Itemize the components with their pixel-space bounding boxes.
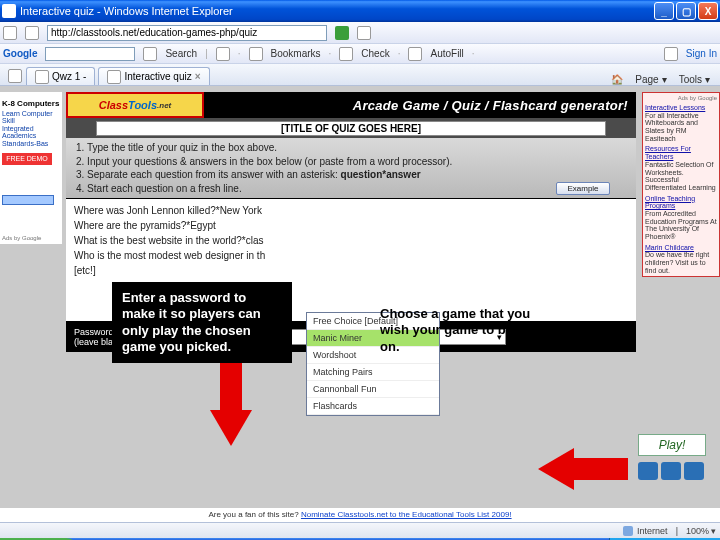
callout-password: Enter a password to make it so players c… xyxy=(112,282,292,363)
app-header: ClassTools.net Arcade Game / Quiz / Flas… xyxy=(66,92,636,118)
game-option[interactable]: Cannonball Fun xyxy=(307,381,439,398)
ad-text: Do we have the right children? Visit us … xyxy=(645,251,717,274)
close-tab-icon[interactable]: × xyxy=(195,71,201,82)
save-icon[interactable] xyxy=(638,462,658,480)
footer-promo: Are you a fan of this site? Nominate Cla… xyxy=(0,508,720,522)
chevron-down-icon[interactable]: ▾ xyxy=(711,526,716,536)
quiz-title-row xyxy=(66,118,636,138)
security-zone: Internet xyxy=(623,526,668,536)
play-button[interactable]: Play! xyxy=(638,434,706,456)
back-icon[interactable] xyxy=(3,26,17,40)
left-link[interactable]: Standards-Bas xyxy=(2,140,60,147)
tab-2[interactable]: Interactive quiz× xyxy=(98,67,209,85)
favorites-icon[interactable] xyxy=(8,69,22,83)
search-icon[interactable] xyxy=(143,47,157,61)
ad-text: From Accredited Education Programs At Th… xyxy=(645,210,717,241)
ad-link[interactable]: Online Teaching Programs xyxy=(645,195,717,210)
qa-line: What is the best website in the world?*c… xyxy=(74,233,628,248)
ad-text: For all Interactive Whiteboards and Slat… xyxy=(645,112,717,143)
bookmark-icon[interactable] xyxy=(249,47,263,61)
zoom-level[interactable]: 100% xyxy=(686,526,709,536)
embed-icon[interactable] xyxy=(684,462,704,480)
google-toolbar: Google Search | · Bookmarks · Check · Au… xyxy=(0,44,720,64)
ad-link[interactable]: Resources For Teachers xyxy=(645,145,717,160)
left-link[interactable]: Learn Computer Skill xyxy=(2,110,60,124)
app-subtitle: Arcade Game / Quiz / Flashcard generator… xyxy=(204,98,636,113)
ie-icon xyxy=(2,4,16,18)
signin-link[interactable]: Sign In xyxy=(686,48,717,59)
footer-link[interactable]: Nominate Classtools.net to the Education… xyxy=(301,510,512,519)
quiz-title-input[interactable] xyxy=(96,121,606,136)
check-label[interactable]: Check xyxy=(361,48,389,59)
window-title: Interactive quiz - Windows Internet Expl… xyxy=(20,5,233,17)
window-titlebar: Interactive quiz - Windows Internet Expl… xyxy=(0,0,720,22)
qa-line: Where was Jonh Lennon killed?*New York xyxy=(74,203,628,218)
home-menu[interactable]: 🏠 xyxy=(611,74,623,85)
ads-header: Ads by Google xyxy=(645,95,717,101)
left-link[interactable]: Integrated Academics xyxy=(2,125,60,139)
qa-line: Who is the most modest web designer in t… xyxy=(74,248,628,263)
refresh-icon[interactable] xyxy=(357,26,371,40)
tab-strip: Qwz 1 - Interactive quiz× 🏠 Page ▾ Tools… xyxy=(0,64,720,86)
ads-label: Ads by Google xyxy=(2,235,60,241)
page-icon xyxy=(107,70,121,84)
game-option[interactable]: Matching Pairs xyxy=(307,364,439,381)
tab-1[interactable]: Qwz 1 - xyxy=(26,67,95,85)
globe-icon xyxy=(623,526,633,536)
power-badge xyxy=(2,195,54,205)
close-button[interactable]: X xyxy=(698,2,718,20)
bookmarks-label[interactable]: Bookmarks xyxy=(271,48,321,59)
share-icons xyxy=(638,462,704,480)
ad-link[interactable]: Marin Childcare xyxy=(645,244,717,252)
right-ads: Ads by Google Interactive Lessons For al… xyxy=(642,92,720,277)
ad-link[interactable]: Interactive Lessons xyxy=(645,104,717,112)
ad-text: Fantastic Selection Of Worksheets. Succe… xyxy=(645,161,717,192)
tools-menu[interactable]: Tools ▾ xyxy=(679,74,710,85)
page-content: K-8 Computers Learn Computer Skill Integ… xyxy=(0,86,720,522)
google-search-input[interactable] xyxy=(45,47,135,61)
search-label[interactable]: Search xyxy=(165,48,197,59)
left-brand: K-8 Computers xyxy=(2,99,60,108)
address-bar xyxy=(0,22,720,44)
left-sidebar: K-8 Computers Learn Computer Skill Integ… xyxy=(0,92,62,244)
footer-text: Are you a fan of this site? xyxy=(208,510,301,519)
example-button[interactable]: Example xyxy=(556,182,610,195)
qa-line: [etc!] xyxy=(74,263,628,278)
print-icon[interactable] xyxy=(661,462,681,480)
arrow-down-icon xyxy=(210,358,252,448)
instruction-line: 4. Start each question on a fresh line. xyxy=(76,182,626,196)
autofill-icon[interactable] xyxy=(408,47,422,61)
status-bar: Internet | 100% ▾ xyxy=(0,522,720,538)
page-menu[interactable]: Page ▾ xyxy=(635,74,666,85)
instruction-line: 2. Input your questions & answers in the… xyxy=(76,155,626,169)
classtools-logo: ClassTools.net xyxy=(66,92,204,118)
minimize-button[interactable]: _ xyxy=(654,2,674,20)
forward-icon[interactable] xyxy=(25,26,39,40)
go-icon[interactable] xyxy=(335,26,349,40)
maximize-button[interactable]: ▢ xyxy=(676,2,696,20)
instruction-line: 3. Separate each question from its answe… xyxy=(76,168,626,182)
qa-line: Where are the pyramids?*Egypt xyxy=(74,218,628,233)
callout-game: Choose a game that you wish your game to… xyxy=(370,298,570,363)
tab-1-label: Qwz 1 - xyxy=(52,71,86,82)
instruction-line: 1. Type the title of your quiz in the bo… xyxy=(76,141,626,155)
check-icon[interactable] xyxy=(339,47,353,61)
instructions: 1. Type the title of your quiz in the bo… xyxy=(66,138,636,198)
tab-2-label: Interactive quiz xyxy=(124,71,191,82)
page-icon xyxy=(35,70,49,84)
arrow-left-icon xyxy=(538,448,628,490)
url-input[interactable] xyxy=(47,25,327,41)
free-demo-button[interactable]: FREE DEMO xyxy=(2,153,52,165)
google-logo: Google xyxy=(3,48,37,59)
autofill-label[interactable]: AutoFill xyxy=(430,48,463,59)
share-icon[interactable] xyxy=(216,47,230,61)
game-option[interactable]: Flashcards xyxy=(307,398,439,415)
wrench-icon[interactable] xyxy=(664,47,678,61)
